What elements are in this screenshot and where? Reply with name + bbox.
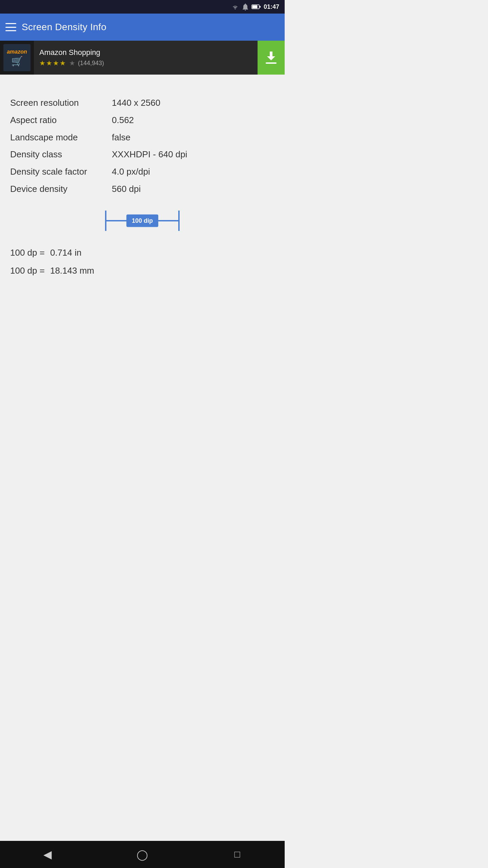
device-density-row: Device density 560 dpi <box>10 181 274 197</box>
download-icon <box>264 50 279 65</box>
status-time: 01:47 <box>264 3 279 11</box>
app-bar: Screen Density Info <box>0 14 285 41</box>
ad-download-button[interactable] <box>258 41 285 75</box>
density-scale-value: 4.0 px/dpi <box>112 164 150 180</box>
status-bar: 01:47 <box>0 0 285 14</box>
main-content: Screen resolution 488 x 868 Aspect rat… <box>0 75 285 294</box>
ad-stars: ★★★★ <box>39 59 66 67</box>
landscape-mode-value: false <box>112 130 130 145</box>
battery-icon <box>251 4 261 9</box>
dip-ruler-container: 100 dip <box>10 207 274 234</box>
ad-review-count: (144,943) <box>78 60 104 67</box>
svg-rect-2 <box>260 6 261 8</box>
dip-ruler: 100 dip <box>105 207 180 234</box>
landscape-mode-label: Landscape mode <box>10 130 112 145</box>
svg-rect-3 <box>266 62 277 64</box>
landscape-mode-row: Landscape mode false <box>10 130 274 145</box>
ad-app-icon: amazon 🛒 <box>0 41 34 75</box>
device-density-value: 560 dpi <box>112 181 141 197</box>
hamburger-menu-button[interactable] <box>5 23 16 31</box>
resolution-value: 488 x 868 <box>112 95 160 111</box>
svg-rect-1 <box>252 5 257 8</box>
amazon-logo: amazon 🛒 <box>3 44 30 71</box>
ad-app-name: Amazon Shopping <box>39 48 252 57</box>
aspect-ratio-label: Aspect ratio <box>10 112 112 128</box>
dp-mm-row: 100 dp = 18.143 mm <box>10 262 274 279</box>
ruler-label: 100 dip <box>126 214 158 227</box>
density-scale-label: Density scale factor <box>10 164 112 180</box>
wifi-icon <box>231 4 239 10</box>
amazon-text: amazon <box>7 49 27 55</box>
dp-inches-left: 100 dp = <box>10 244 45 261</box>
status-bar-right: 01:47 <box>231 3 279 11</box>
resolution-row: Screen resolution 488 x 868 <box>10 95 274 111</box>
device-density-label: Device density <box>10 181 112 197</box>
aspect-ratio-value: 0.562 <box>112 112 134 128</box>
dp-conversions: 100 dp = 0.714 in 100 dp = 18.143 mm <box>10 244 274 279</box>
cart-icon: 🛒 <box>11 56 23 67</box>
dp-inches-row: 100 dp = 0.714 in <box>10 244 274 261</box>
screen-info-block: Screen resolution 488 x 868 Aspect rat… <box>10 95 274 197</box>
resolution-label: Screen resolution <box>10 95 112 111</box>
density-scale-row: Density scale factor 4.0 px/dpi <box>10 164 274 180</box>
aspect-ratio-row: Aspect ratio 0.562 <box>10 112 274 128</box>
density-class-label: Density class <box>10 146 112 162</box>
ruler-end-right <box>178 211 180 231</box>
ad-star-empty: ★ <box>69 59 75 67</box>
ad-banner[interactable]: amazon 🛒 Amazon Shopping ★★★★★ (144,943) <box>0 41 285 75</box>
dp-inches-value: 0.714 in <box>50 244 82 261</box>
app-title: Screen Density Info <box>22 22 106 33</box>
density-class-row: Density class XXXHDPI - 640 dpi <box>10 146 274 162</box>
ad-content: Amazon Shopping ★★★★★ (144,943) <box>34 48 258 67</box>
density-class-value: XXXHDPI - 640 dpi <box>112 146 187 162</box>
dp-mm-value: 18.143 mm <box>50 262 94 279</box>
dp-mm-left: 100 dp = <box>10 262 45 279</box>
ad-rating: ★★★★★ (144,943) <box>39 59 252 67</box>
notification-icon <box>242 3 249 11</box>
